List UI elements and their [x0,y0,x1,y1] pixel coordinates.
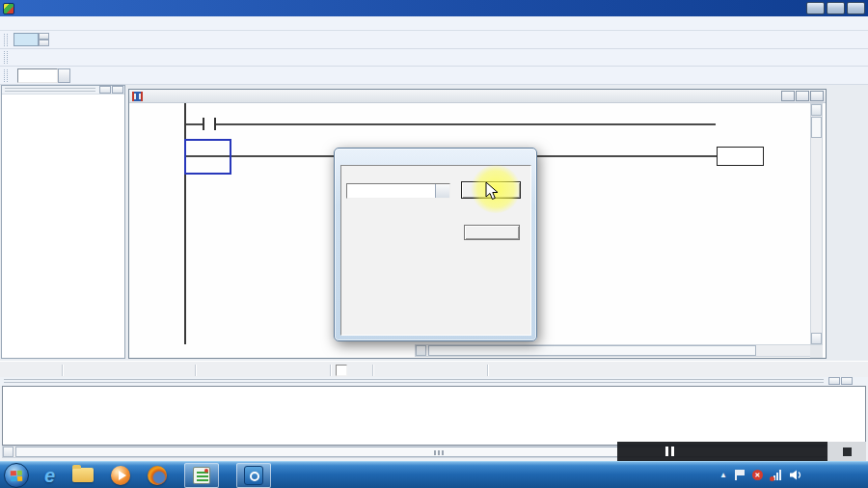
pane-pin-button[interactable] [828,377,840,385]
child-close-button[interactable] [810,91,824,101]
combo-arrow-icon[interactable] [435,184,449,198]
start-button[interactable] [4,463,29,488]
wplsoft-icon [193,467,210,484]
relay-type-combo[interactable] [17,68,70,83]
toolbar-grip[interactable] [4,69,8,82]
toolbar-grip[interactable] [4,34,8,46]
pane-grip[interactable] [4,379,824,383]
toolbar-views [0,49,868,67]
volume-icon[interactable] [790,470,802,480]
horizontal-scrollbar[interactable] [415,344,822,357]
status-indicator [336,365,347,376]
cancel-button[interactable] [464,225,520,240]
maximize-button[interactable] [827,2,845,14]
pane-close-button[interactable] [112,86,123,94]
spinner-up-icon[interactable] [39,33,49,40]
app-titlebar [0,0,868,16]
pane-close-button[interactable] [841,377,853,385]
mouse-cursor-icon [485,181,499,201]
spinner-down-icon[interactable] [39,40,49,46]
scroll-corner [810,345,823,358]
communication-tree [2,95,124,98]
pane-grip[interactable] [5,88,95,92]
recorder-overlay [617,442,827,461]
security-alert-icon[interactable]: ✕ [752,470,763,480]
internet-explorer-icon[interactable]: e [44,465,55,486]
communication-sidebar [1,85,125,359]
output-pane-header [0,377,868,386]
rung-wire [186,123,203,125]
network-icon[interactable] [771,470,782,480]
communication-mode-combo[interactable] [346,183,450,199]
combo-arrow-icon[interactable] [58,68,70,83]
windows-flag-icon [11,470,23,481]
scroll-left-icon[interactable] [3,447,14,457]
step-spinner[interactable] [14,33,49,46]
app-icon [3,3,14,14]
vertical-scrollbar[interactable] [810,103,823,345]
thumb-grip [434,450,446,455]
taskbar: e ▲ ✕ [0,461,868,488]
screen-recorder-icon [244,466,263,485]
spinner-value[interactable] [14,33,39,46]
compile-output [2,386,866,446]
delta-wplsoft-window: e ▲ ✕ [0,0,868,488]
end-instruction [717,147,764,166]
sidebar-pane-header [2,86,124,95]
media-player-icon[interactable] [111,466,130,485]
horizontal-scroll-thumb[interactable] [428,345,756,356]
communication-mode-value[interactable] [347,184,435,198]
close-button[interactable] [847,2,865,14]
child-minimize-button[interactable] [781,91,795,101]
ladder-window-titlebar[interactable] [129,90,826,103]
contact-bar-icon [203,118,204,130]
tray-expand-icon[interactable]: ▲ [719,471,727,479]
menubar [0,16,868,31]
scroll-up-icon[interactable] [811,104,822,116]
pause-icon[interactable] [665,447,674,456]
minimize-button[interactable] [806,2,825,14]
ladder-window-icon [132,92,143,101]
relay-type-value[interactable] [17,68,58,83]
firefox-icon[interactable] [148,466,167,485]
wplsoft-taskbar-button[interactable] [184,463,219,488]
rung-wire [216,123,716,125]
statusbar [0,361,868,377]
toolbar-ladder-symbols [0,67,868,85]
action-center-flag-icon[interactable] [735,470,745,480]
windows-explorer-icon[interactable] [72,468,94,482]
toolbar-grip[interactable] [4,51,8,64]
edit-cursor-selection[interactable] [184,139,231,175]
scroll-left-icon[interactable] [416,345,426,356]
recorder-taskbar-button[interactable] [236,463,271,488]
child-maximize-button[interactable] [796,91,809,101]
toolbar-standard [0,31,868,49]
vertical-scroll-thumb[interactable] [811,117,822,138]
pane-pin-button[interactable] [99,86,111,94]
stop-icon [843,447,852,456]
recorder-stop-button[interactable] [827,442,866,461]
scroll-down-icon[interactable] [811,333,822,344]
